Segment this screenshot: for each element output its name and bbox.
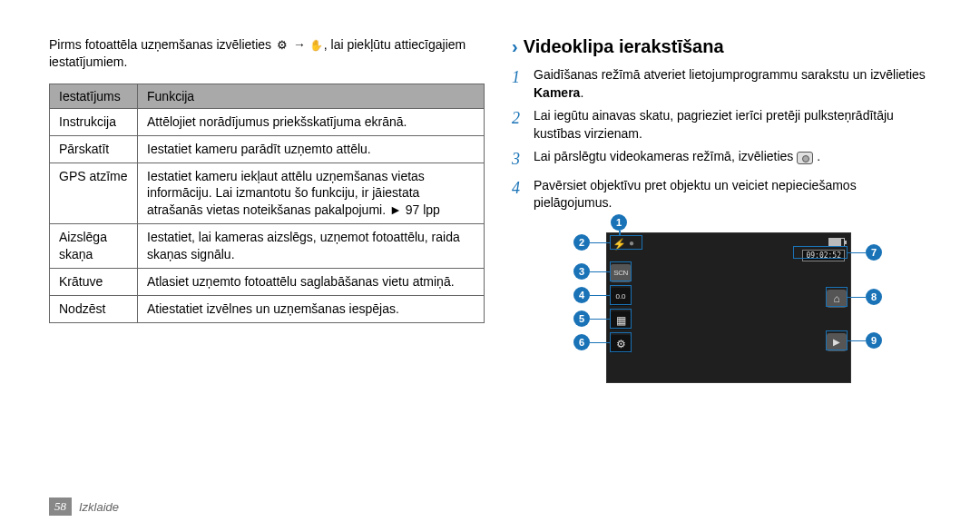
callout-6: 6 bbox=[573, 334, 590, 350]
cell-function: Atiestatiet izvēlnes un uzņemšanas iespē… bbox=[138, 295, 485, 322]
section-name: Izklaide bbox=[79, 500, 119, 514]
cell-function: Iestatiet, lai kameras aizslēgs, uzņemot… bbox=[138, 224, 485, 269]
callout-3: 3 bbox=[573, 263, 590, 280]
callout-5: 5 bbox=[573, 310, 590, 327]
callout-line bbox=[590, 242, 610, 244]
callout-2: 2 bbox=[573, 234, 590, 251]
record-icon bbox=[629, 238, 642, 251]
table-row: Aizslēga skaņaIestatiet, lai kameras aiz… bbox=[50, 224, 485, 269]
th-function: Funkcija bbox=[138, 84, 485, 108]
table-row: NodzēstAtiestatiet izvēlnes un uzņemšana… bbox=[50, 295, 485, 322]
exposure-icon bbox=[611, 288, 631, 306]
table-row: InstrukcijaAttēlojiet norādījumus priekš… bbox=[50, 108, 485, 135]
camera-diagram: 09:02:52 bbox=[539, 222, 902, 403]
callout-line bbox=[848, 340, 866, 342]
callout-9: 9 bbox=[866, 332, 882, 349]
cell-setting: Pārskatīt bbox=[50, 135, 138, 163]
step-text: Pavērsiet objektīvu pret objektu un veic… bbox=[534, 177, 929, 212]
callout-line bbox=[848, 297, 866, 299]
callout-line bbox=[590, 271, 610, 273]
callout-line bbox=[619, 231, 621, 235]
step-3: 3 Lai pārslēgtu videokameras režīmā, izv… bbox=[512, 148, 929, 171]
th-setting: Iestatījums bbox=[50, 84, 138, 108]
callout-line bbox=[848, 252, 866, 254]
step-number: 4 bbox=[512, 177, 528, 212]
step-1: 1 Gaidīšanas režīmā atveriet lietojumpro… bbox=[512, 66, 929, 102]
intro-text: Pirms fotoattēla uzņemšanas izvēlieties … bbox=[49, 36, 485, 71]
settings-table: Iestatījums Funkcija InstrukcijaAttēloji… bbox=[49, 84, 485, 323]
page-footer: 58 Izklaide bbox=[49, 498, 119, 516]
step-2: 2 Lai iegūtu ainavas skatu, pagrieziet i… bbox=[512, 107, 929, 143]
resolution-icon bbox=[611, 311, 631, 330]
cell-function: Iestatiet kameru iekļaut attēlu uzņemšan… bbox=[138, 163, 485, 224]
flash-icon bbox=[612, 238, 625, 251]
callout-7: 7 bbox=[866, 244, 882, 261]
step-text: Gaidīšanas režīmā atveriet lietojumprogr… bbox=[534, 66, 929, 102]
callout-line bbox=[590, 342, 610, 344]
cell-function: Iestatiet kameru parādīt uzņemto attēlu. bbox=[138, 135, 485, 163]
callout-4: 4 bbox=[573, 287, 590, 303]
battery-icon bbox=[828, 238, 845, 247]
scene-mode-icon bbox=[611, 264, 631, 282]
cell-setting: Instrukcija bbox=[50, 108, 138, 135]
cell-setting: Nodzēst bbox=[50, 295, 138, 322]
callout-1: 1 bbox=[611, 214, 627, 231]
callout-line bbox=[590, 295, 610, 297]
section-heading: › Videoklipa ierakstīšana bbox=[512, 36, 929, 57]
hand-icon bbox=[309, 38, 324, 53]
cell-setting: Aizslēga skaņa bbox=[50, 224, 138, 269]
table-row: PārskatītIestatiet kameru parādīt uzņemt… bbox=[50, 135, 485, 163]
camera-screen: 09:02:52 bbox=[606, 232, 851, 383]
step-number: 3 bbox=[512, 148, 528, 171]
mode-switch-icon bbox=[827, 290, 847, 308]
step-number: 1 bbox=[512, 66, 528, 102]
timer-display: 09:02:52 bbox=[802, 250, 845, 261]
page-number: 58 bbox=[49, 498, 72, 516]
cell-function: Atlasiet uzņemto fotoattēlu saglabāšanas… bbox=[138, 269, 485, 296]
settings-icon bbox=[611, 335, 631, 353]
cell-function: Attēlojiet norādījumus priekšskatījuma e… bbox=[138, 108, 485, 135]
gear-icon bbox=[275, 38, 289, 53]
step-text: Lai iegūtu ainavas skatu, pagrieziet ier… bbox=[534, 107, 929, 143]
callout-line bbox=[590, 319, 610, 320]
cell-setting: GPS atzīme bbox=[50, 163, 138, 224]
camera-icon bbox=[797, 152, 813, 164]
cell-setting: Krātuve bbox=[50, 269, 138, 296]
table-row: GPS atzīmeIestatiet kameru iekļaut attēl… bbox=[50, 163, 485, 224]
table-row: KrātuveAtlasiet uzņemto fotoattēlu sagla… bbox=[50, 269, 485, 296]
chevron-icon: › bbox=[512, 36, 518, 57]
gallery-icon bbox=[827, 333, 847, 351]
step-number: 2 bbox=[512, 107, 528, 143]
callout-8: 8 bbox=[866, 289, 882, 305]
heading-text: Videoklipa ierakstīšana bbox=[524, 36, 724, 57]
step-text: Lai pārslēgtu videokameras režīmā, izvēl… bbox=[534, 148, 820, 171]
step-4: 4 Pavērsiet objektīvu pret objektu un ve… bbox=[512, 177, 929, 212]
